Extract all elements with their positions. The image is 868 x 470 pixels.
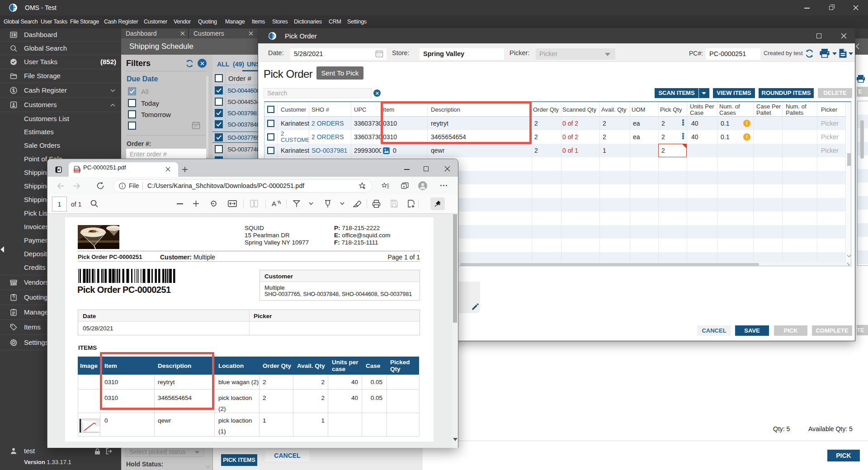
svg-text:PDF: PDF	[75, 169, 79, 171]
svg-text:A: A	[272, 200, 276, 207]
